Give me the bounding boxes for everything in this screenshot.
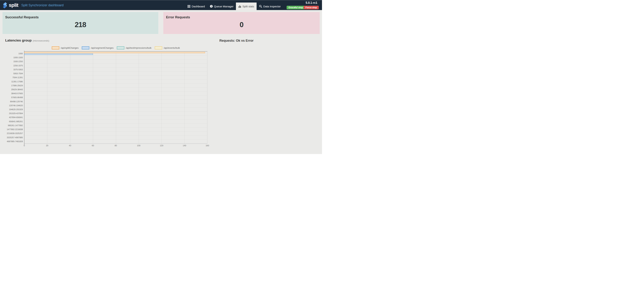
brand-area: split Split Synchronizer dashboard [3,0,64,10]
nav-item-split-stats[interactable]: Split stats [236,2,256,10]
split-logo-icon [3,2,7,8]
latency-bar [24,52,205,53]
search-icon [259,5,262,8]
nav-item-label: Data inspector [263,5,281,8]
legend-swatch [52,46,59,50]
error-requests-title: Error Requests [166,15,320,19]
y-axis-label: 17086-25629 [0,84,23,88]
legend-swatch [155,46,162,50]
vertical-gridline [70,52,70,145]
vertical-gridline [184,52,185,145]
latencies-group-title-text: Latencies group [5,38,32,42]
successful-requests-value: 218 [2,21,158,29]
nav-item-label: Queue Manager [214,5,234,8]
legend-item-split-changes: /api/splitChanges [52,46,79,50]
brand-name: split [9,2,18,8]
y-axis-label: 1500-2250 [0,60,23,64]
legend-item-test-impressions: /api/testImpressions/bulk [117,46,152,50]
vertical-gridline [139,52,139,145]
x-axis-label: 80 [115,144,117,147]
y-axis-label: 194620-291929 [0,108,23,112]
y-axis-label: 38443-57665 [0,92,23,96]
graceful-stop-button[interactable]: Graceful stop [286,6,305,9]
x-axis-label: 20 [46,144,48,147]
y-axis-label: 86498-129746 [0,100,23,104]
x-axis-label: 60 [92,144,94,147]
legend-item-segment-changes: /api/segmentChanges [82,46,114,50]
y-axis-label: 25629-38443 [0,88,23,92]
nav-item-data-inspector[interactable]: Data inspector [256,2,283,10]
y-axis-label: 11391-17086 [0,80,23,84]
force-stop-button[interactable]: Force stop [304,6,319,9]
bar-chart-icon [238,5,241,8]
latencies-group-heading: Latencies group(microseconds) [5,38,49,42]
y-axis-label: 1000 [0,52,23,56]
x-axis-label: 100 [137,144,140,147]
y-axis-label: 1000-1500 [0,56,23,60]
requests-ok-vs-error-heading: Requests: Ok vs Error [220,39,254,42]
y-axis-label: 2250-3375 [0,64,23,68]
y-axis-label: 656841-985261 [0,120,23,124]
legend-label: /api/segmentChanges [91,46,114,49]
x-axis-label: 160 [206,144,209,147]
legend-item-events-bulk: /api/events/bulk [155,46,180,50]
legend-swatch [82,46,89,50]
latency-bar [24,54,93,55]
info-icon [210,5,213,8]
nav-item-label: Dashboard [192,5,205,8]
vertical-gridline [47,52,47,145]
y-axis-label: 985261-1477892 [0,124,23,128]
y-axis-label: 437894-656841 [0,115,23,119]
successful-requests-card: Successful Requests 218 [2,12,158,34]
x-axis-label: 0 [24,144,25,147]
grid-icon [188,5,190,8]
version-label: 5.0.1-rc1 [306,1,317,4]
y-axis-label: 129746-194620 [0,104,23,108]
error-requests-value: 0 [163,21,320,29]
y-axis-label: 57665-86498 [0,96,23,99]
error-requests-card: Error Requests 0 [163,12,320,34]
legend-label: /api/testImpressions/bulk [126,46,152,49]
y-axis-label: 291929-437894 [0,112,23,115]
x-axis-label: 140 [183,144,186,147]
y-axis-label: 3325257-4987885 [0,136,23,140]
legend-swatch [117,46,124,50]
chart-y-axis-line [24,51,24,145]
x-axis-label: 40 [69,144,71,147]
nav-item-dashboard[interactable]: Dashboard [185,2,207,10]
latency-chart-plot [24,52,207,144]
vertical-gridline [162,52,162,145]
nav-menu: Dashboard Queue Manager [185,0,283,10]
latency-chart-x-axis: 020406080100120140160 [24,144,207,147]
y-axis-label: 3375-5063 [0,68,23,72]
nav-item-queue-manager[interactable]: Queue Manager [207,2,236,10]
y-axis-label: 1477892-2216838 [0,128,23,131]
latencies-group-units: (microseconds) [33,39,49,42]
y-axis-label: 5063-7594 [0,72,23,76]
y-axis-label: 7594-11391 [0,76,23,80]
page-title: Split Synchronizer dashboard [22,4,64,7]
chart-legend: /api/splitChanges /api/segmentChanges /a… [24,46,207,50]
successful-requests-title: Successful Requests [5,15,158,19]
y-axis-label: 4987885-7481828 [0,140,23,144]
split-synchronizer-dashboard: split Split Synchronizer dashboard Dashb… [0,0,322,154]
top-navbar: split Split Synchronizer dashboard Dashb… [0,0,322,10]
legend-label: /api/splitChanges [61,46,79,49]
legend-label: /api/events/bulk [164,46,180,49]
x-axis-label: 120 [160,144,163,147]
nav-item-label: Split stats [242,5,254,8]
y-axis-label: 2216838-3325257 [0,131,23,135]
